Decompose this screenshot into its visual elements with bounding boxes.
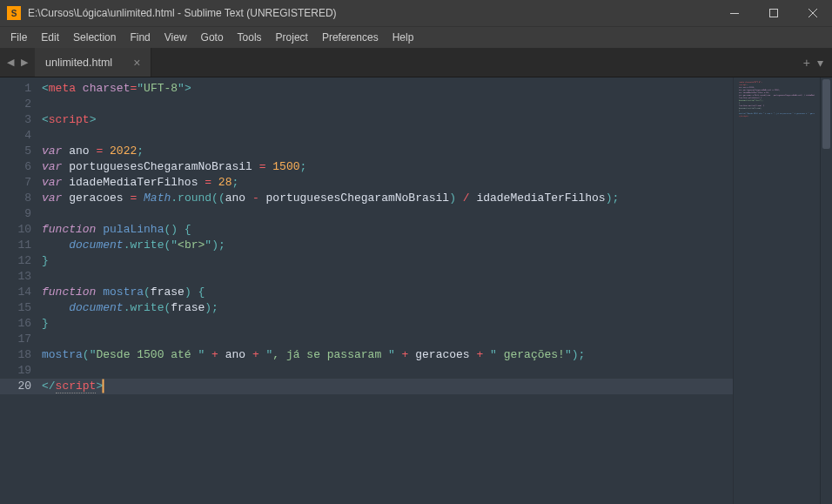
line-number: 20 xyxy=(0,379,42,394)
code-line xyxy=(42,363,733,379)
minimize-icon xyxy=(730,13,739,14)
code-line: document.write(frase); xyxy=(42,300,733,316)
code-line: } xyxy=(42,253,733,269)
menubar: FileEditSelectionFindViewGotoToolsProjec… xyxy=(0,26,832,48)
menu-edit[interactable]: Edit xyxy=(34,29,66,46)
cursor xyxy=(103,380,104,393)
code-line: var portuguesesChegaramNoBrasil = 1500; xyxy=(42,159,733,175)
gutter: 1234567891011121314151617181920 xyxy=(0,77,42,504)
code-line xyxy=(42,97,733,112)
code-line xyxy=(42,128,733,144)
code-line: mostra("Desde 1500 até " + ano + ", já s… xyxy=(42,347,733,363)
svg-rect-0 xyxy=(730,13,739,14)
svg-rect-1 xyxy=(769,10,777,17)
minimap[interactable]: <meta charset="UFT-8"><script>var ano = … xyxy=(733,77,820,504)
line-number: 3 xyxy=(0,112,31,128)
close-icon xyxy=(809,9,817,17)
menu-find[interactable]: Find xyxy=(123,29,157,46)
nav-back-icon[interactable]: ◀ xyxy=(3,56,17,70)
window-controls xyxy=(715,0,832,26)
menu-tools[interactable]: Tools xyxy=(231,29,269,46)
line-number: 1 xyxy=(0,81,31,97)
menu-file[interactable]: File xyxy=(3,29,34,46)
menu-view[interactable]: View xyxy=(158,29,194,46)
code-line: <meta charset="UFT-8"> xyxy=(42,81,733,97)
tab-active[interactable]: unlimited.html × xyxy=(35,48,151,77)
line-number: 11 xyxy=(0,238,31,253)
menu-goto[interactable]: Goto xyxy=(194,29,231,46)
code-area[interactable]: <meta charset="UFT-8"><script>var ano = … xyxy=(42,77,733,504)
window-title: E:\Cursos\Lógica\unlimited.html - Sublim… xyxy=(28,7,715,19)
code-line: var geracoes = Math.round((ano - portugu… xyxy=(42,191,733,206)
line-number: 12 xyxy=(0,253,31,269)
tab-label: unlimited.html xyxy=(45,57,112,69)
line-number: 19 xyxy=(0,363,31,379)
code-line: document.write("<br>"); xyxy=(42,238,733,253)
line-number: 14 xyxy=(0,285,31,300)
tabbar-spacer xyxy=(151,48,795,77)
line-number: 10 xyxy=(0,222,31,238)
line-number: 9 xyxy=(0,206,31,222)
line-number: 17 xyxy=(0,332,31,347)
scrollbar-thumb[interactable] xyxy=(822,79,830,149)
line-number: 6 xyxy=(0,159,31,175)
code-line: function mostra(frase) { xyxy=(42,285,733,300)
code-line xyxy=(42,269,733,285)
menu-project[interactable]: Project xyxy=(269,29,315,46)
new-tab-icon[interactable]: + xyxy=(803,56,810,70)
menu-help[interactable]: Help xyxy=(386,29,421,46)
code-line: var idadeMediaTerFilhos = 28; xyxy=(42,175,733,191)
maximize-button[interactable] xyxy=(754,0,793,26)
code-line: <script> xyxy=(42,112,733,128)
tabbar-controls: + ▾ xyxy=(795,48,832,77)
line-number: 15 xyxy=(0,300,31,316)
code-line xyxy=(42,332,733,347)
minimize-button[interactable] xyxy=(715,0,754,26)
code-line: </script> xyxy=(42,379,733,394)
line-number: 16 xyxy=(0,316,31,332)
titlebar: S E:\Cursos\Lógica\unlimited.html - Subl… xyxy=(0,0,832,26)
maximize-icon xyxy=(769,9,778,17)
nav-forward-icon[interactable]: ▶ xyxy=(17,56,31,70)
line-number: 7 xyxy=(0,175,31,191)
code-line: var ano = 2022; xyxy=(42,144,733,159)
tab-history-nav: ◀ ▶ xyxy=(0,48,35,77)
line-number: 2 xyxy=(0,97,31,112)
scrollbar[interactable] xyxy=(820,77,832,504)
menu-preferences[interactable]: Preferences xyxy=(315,29,386,46)
line-number: 5 xyxy=(0,144,31,159)
tabbar: ◀ ▶ unlimited.html × + ▾ xyxy=(0,48,832,77)
app-icon: S xyxy=(7,6,21,20)
close-button[interactable] xyxy=(793,0,832,26)
menu-selection[interactable]: Selection xyxy=(66,29,123,46)
line-number: 13 xyxy=(0,269,31,285)
editor: 1234567891011121314151617181920 <meta ch… xyxy=(0,77,832,504)
tab-close-icon[interactable]: × xyxy=(133,56,140,70)
code-line: function pulaLinha() { xyxy=(42,222,733,238)
line-number: 4 xyxy=(0,128,31,144)
code-line: } xyxy=(42,316,733,332)
line-number: 18 xyxy=(0,347,31,363)
tab-dropdown-icon[interactable]: ▾ xyxy=(817,56,823,70)
code-line xyxy=(42,206,733,222)
line-number: 8 xyxy=(0,191,31,206)
